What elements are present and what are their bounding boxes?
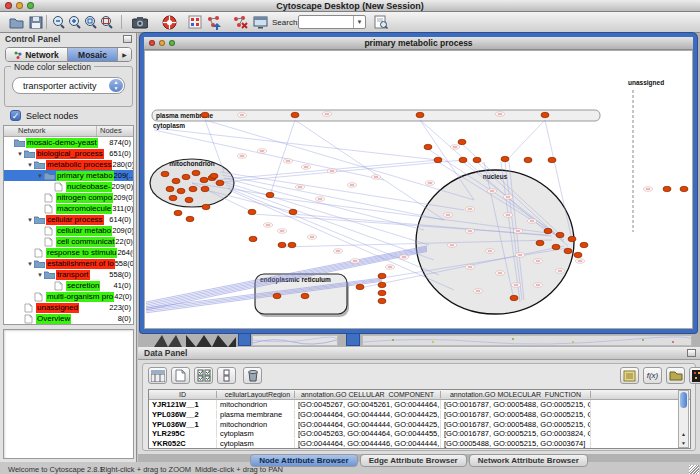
network-node[interactable] [356, 284, 364, 289]
tree-expand-icon[interactable]: ▼ [36, 173, 44, 179]
tree-expand-icon[interactable]: ▼ [26, 217, 34, 223]
network-node[interactable] [564, 248, 572, 253]
network-node[interactable] [248, 209, 256, 214]
create-network-icon[interactable] [205, 14, 222, 30]
network-tree-header[interactable]: Network Nodes [4, 126, 133, 137]
tree-row-metabolic-process[interactable]: ▼metabolic process280(0) [4, 159, 133, 170]
network-node[interactable] [192, 170, 200, 175]
network-node[interactable] [544, 228, 552, 233]
resize-grip[interactable] [689, 465, 699, 474]
network-node[interactable] [273, 293, 281, 298]
network-node[interactable] [536, 240, 544, 245]
network-node[interactable] [201, 186, 209, 191]
search-dropdown-icon[interactable]: ▼ [353, 16, 365, 28]
network-node[interactable] [201, 112, 209, 117]
zoom-selected-icon[interactable] [82, 14, 99, 30]
tree-row-macromolecule[interactable]: macromolecule311(0) [4, 203, 133, 214]
network-node[interactable] [378, 290, 386, 295]
network-node[interactable] [680, 186, 688, 191]
network-node[interactable] [556, 232, 564, 237]
table-row[interactable]: YKR052Ccytoplasm[GO:0044464, GO:0044446,… [149, 439, 690, 449]
network-canvas[interactable]: plasma membranecytoplasmmitochondrionnuc… [144, 50, 693, 329]
network-node[interactable] [177, 188, 185, 193]
network-node[interactable] [378, 273, 386, 278]
tree-row-response-to-stimulu[interactable]: response to stimulu264(0) [4, 247, 133, 258]
table-row[interactable]: YLR295Ccytoplasm[GO:0045263, GO:0044464,… [149, 429, 690, 439]
tree-expand-icon[interactable]: ▼ [26, 162, 34, 168]
scroll-down-icon[interactable]: ▼ [679, 439, 688, 447]
attribute-search-icon[interactable] [372, 14, 389, 30]
attribute-editor-icon[interactable] [620, 367, 639, 384]
delete-attribute-icon[interactable] [243, 367, 262, 384]
network-node[interactable] [169, 195, 177, 200]
save-icon[interactable] [27, 14, 44, 30]
network-node[interactable] [580, 242, 588, 247]
network-node[interactable] [216, 180, 224, 185]
network-node[interactable] [289, 209, 297, 214]
unselect-all-attributes-icon[interactable] [217, 367, 236, 384]
network-node[interactable] [266, 192, 274, 197]
tree-row-secretion[interactable]: secretion41(0) [4, 280, 133, 291]
tree-col-nodes[interactable]: Nodes [97, 126, 133, 136]
tree-expand-icon[interactable]: ▼ [36, 272, 44, 278]
window-titlebar[interactable]: Cytoscape Desktop (New Session) [0, 0, 700, 12]
tree-row-mosaic-demo-yeast[interactable]: mosaic-demo-yeast874(0) [4, 137, 133, 148]
network-node[interactable] [288, 242, 296, 247]
table-column-header[interactable]: ID [149, 391, 217, 398]
create-attribute-icon[interactable] [171, 367, 190, 384]
import-attributes-icon[interactable] [666, 367, 685, 384]
float-panel-icon[interactable] [123, 35, 132, 43]
table-column-header[interactable]: _cellularLayoutRegion [217, 391, 295, 398]
tree-row-cellular-process[interactable]: ▼cellular process614(0) [4, 214, 133, 225]
network-node[interactable] [174, 210, 182, 215]
tree-row-establishment-of-lo[interactable]: ▼establishment of lo558(0) [4, 258, 133, 269]
network-node[interactable] [189, 186, 197, 191]
network-node[interactable] [278, 242, 286, 247]
table-row[interactable]: YPL036W__1mitochondrion[GO:0044464, GO:0… [149, 419, 690, 429]
network-node[interactable] [434, 157, 442, 162]
network-node[interactable] [568, 236, 576, 241]
camera-snapshot-icon[interactable] [131, 14, 148, 30]
zoom-in-icon[interactable] [66, 14, 83, 30]
network-node[interactable] [166, 186, 174, 191]
float-data-panel-icon[interactable] [687, 349, 696, 357]
data-panel-header[interactable]: Data Panel [138, 347, 700, 360]
network-node[interactable] [378, 282, 386, 287]
help-lifebuoy-icon[interactable] [161, 14, 178, 30]
attribute-table[interactable]: ID_cellularLayoutRegionannotation.GO CEL… [148, 389, 691, 449]
network-node[interactable] [552, 244, 560, 249]
tree-row-primary-metabo[interactable]: ▼primary metabo209(... [4, 170, 133, 181]
network-node[interactable] [473, 157, 481, 162]
network-window-titlebar[interactable]: primary metabolic process [144, 37, 693, 50]
tab-overflow-arrow[interactable]: ▶ [118, 48, 131, 61]
zoom-out-icon[interactable] [50, 14, 67, 30]
tree-row-unassigned[interactable]: unassigned223(0) [4, 302, 133, 313]
network-node[interactable] [172, 178, 180, 183]
combo-stepper-icon[interactable]: ▲▼ [109, 79, 123, 92]
network-node[interactable] [501, 156, 509, 161]
table-row[interactable]: YJR121W__1mitochondrion[GO:0045267, GO:0… [149, 400, 690, 410]
table-column-header[interactable]: annotation.GO MOLECULAR_FUNCTION [441, 391, 591, 398]
network-node[interactable] [249, 236, 257, 241]
network-node[interactable] [416, 112, 424, 117]
network-node[interactable] [161, 171, 169, 176]
scrollbar-thumb[interactable] [680, 392, 687, 408]
tree-row-cellular-metabo[interactable]: cellular metabo209(0) [4, 225, 133, 236]
tab-mosaic[interactable]: Mosaic [68, 48, 118, 61]
tree-expand-icon[interactable]: ▼ [26, 261, 34, 267]
desktop-window-icon[interactable] [252, 14, 269, 30]
tree-row-overview[interactable]: Overview8(0) [4, 313, 133, 324]
birds-eye-view[interactable] [3, 329, 134, 459]
network-node[interactable] [459, 157, 467, 162]
search-input[interactable]: ▼ [298, 15, 366, 29]
network-node[interactable] [202, 204, 210, 209]
network-node[interactable] [663, 186, 671, 191]
table-row[interactable]: YDR039C__1mitochondrion[GO:0044464, GO:0… [149, 448, 690, 449]
tree-row-multi-organism-pro[interactable]: multi-organism pro42(0) [4, 291, 133, 302]
network-node[interactable] [524, 157, 532, 162]
attribute-matrix-icon[interactable] [689, 367, 700, 384]
network-node[interactable] [182, 174, 190, 179]
scroll-up-icon[interactable]: ▲ [679, 430, 688, 438]
destroy-network-icon[interactable] [231, 14, 248, 30]
select-all-attributes-icon[interactable] [194, 367, 213, 384]
